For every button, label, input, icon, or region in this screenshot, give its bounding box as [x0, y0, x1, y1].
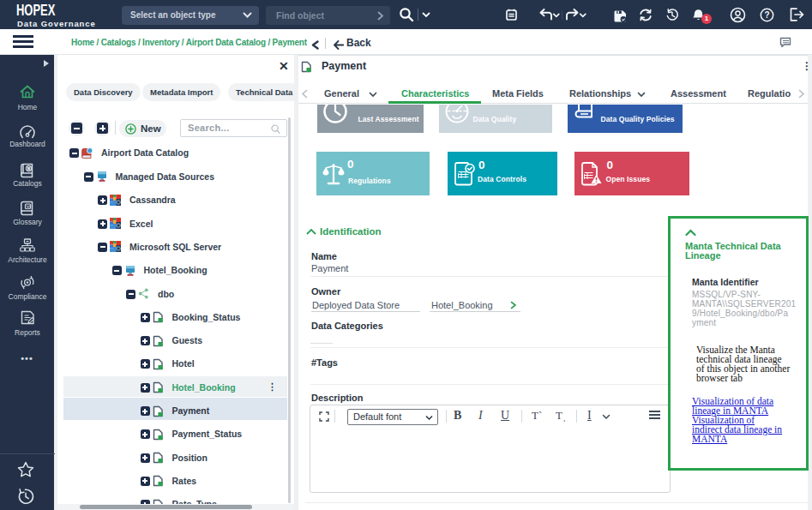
svg-text:?: ?	[764, 10, 769, 20]
